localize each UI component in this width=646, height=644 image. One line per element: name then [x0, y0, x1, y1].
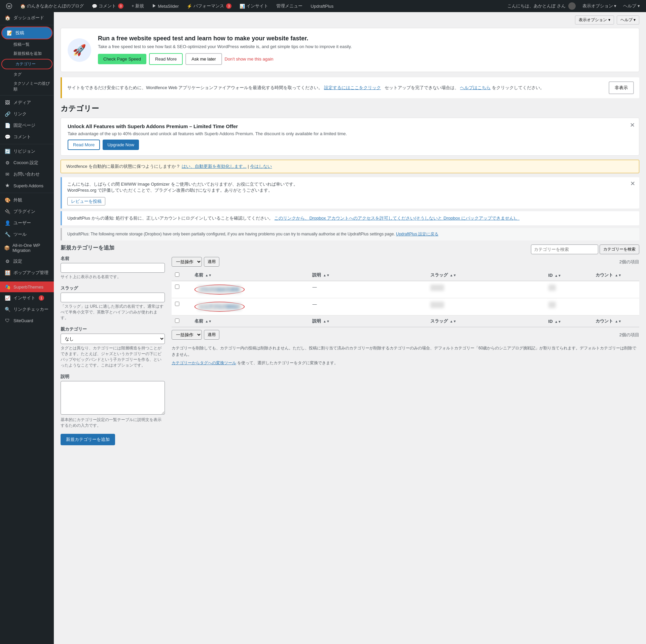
sidebar-item-links[interactable]: 🔗 リンク: [0, 108, 54, 120]
admin-menu-link[interactable]: 管理メニュー: [274, 3, 305, 9]
sidebar-item-posts[interactable]: 📝 投稿: [1, 27, 52, 39]
row2-checkbox[interactable]: [175, 302, 179, 306]
col-count-header[interactable]: カウント ▲▼: [592, 269, 639, 281]
insight-sidebar-icon: 📈: [4, 295, 11, 301]
sidebar-item-comments[interactable]: 💬 コメント: [0, 131, 54, 143]
dont-show-btn[interactable]: Don't show me this again: [225, 56, 274, 62]
col-count-footer[interactable]: カウント ▲▼: [592, 315, 639, 327]
submenu-tag[interactable]: タグ: [0, 70, 54, 79]
updraft-link-1[interactable]: このリンクから、Dropbox アカウントへのアクセスを許可してください(そうし…: [274, 216, 519, 221]
sidebar-item-tools[interactable]: 🔧 ツール: [0, 229, 54, 240]
id-sort-footer-icon[interactable]: ▲▼: [554, 320, 561, 324]
categories-table: 名前 ▲▼ 説明 ▲▼ スラッグ ▲▼: [172, 269, 639, 327]
sidebar-item-popup[interactable]: 🪟 ポップアップ管理: [0, 267, 54, 278]
sidebar-item-superb-addons[interactable]: ★ Superb Addons: [0, 180, 54, 191]
updraft-link-2[interactable]: UpdraftPlus 設定に戻る: [396, 232, 438, 236]
sidebar-item-pages[interactable]: 📄 固定ページ: [0, 120, 54, 131]
name-sort-footer-icon[interactable]: ▲▼: [205, 319, 212, 323]
sidebar-item-plugins[interactable]: 🔌 プラグイン: [0, 206, 54, 217]
desc-sort-footer-icon[interactable]: ▲▼: [323, 319, 330, 323]
wp-logo-menu[interactable]: W: [3, 3, 15, 9]
sidebar-item-superb-themes[interactable]: 🎭 SuperbThemes: [0, 281, 54, 292]
row2-slug: [427, 298, 545, 315]
wordfence-setup-link[interactable]: 設定するにはここをクリック: [324, 85, 381, 90]
submit-category-btn[interactable]: 新規カテゴリーを追加: [61, 434, 115, 445]
display-options-btn[interactable]: 表示オプション ▾: [575, 15, 614, 25]
speed-test-banner: 🚀 Run a free website speed test and lear…: [61, 28, 639, 72]
col-desc-footer[interactable]: 説明 ▲▼: [309, 315, 427, 327]
col-desc-header[interactable]: 説明 ▲▼: [309, 269, 427, 281]
superb-upgrade-btn[interactable]: Upgrade Now: [103, 140, 139, 150]
comments-link[interactable]: 💬 コメント 0: [89, 3, 126, 9]
submenu-category[interactable]: カテゴリー: [1, 59, 52, 69]
ewww-review-link[interactable]: レビューを投稿: [67, 197, 105, 205]
new-content-menu[interactable]: + 新規: [129, 3, 147, 9]
sidebar-item-allinone[interactable]: 📦 All-in-One WP Migration: [0, 240, 54, 256]
slug-sort-icon[interactable]: ▲▼: [450, 273, 457, 277]
insight-link[interactable]: 📊 インサイト: [237, 3, 271, 9]
wordfence-update-no-link[interactable]: 今はしない: [250, 164, 272, 169]
row1-checkbox[interactable]: [175, 285, 179, 289]
sidebar-item-users[interactable]: 👤 ユーザー: [0, 217, 54, 229]
bulk-apply-top[interactable]: 適用: [204, 257, 219, 267]
sidebar-item-inquiry[interactable]: ✉ お問い合わせ: [0, 168, 54, 180]
sidebar-item-revision[interactable]: 🔄 リビジョン: [0, 146, 54, 157]
bulk-select-top[interactable]: 一括操作 削除: [172, 257, 202, 267]
wordfence-update-notice: Wordfence を自動的に最新の状態に保つようにしますか？ はい、自動更新を…: [61, 160, 639, 173]
performance-link[interactable]: ⚡ パフォーマンス 3: [184, 3, 234, 9]
superb-addons-icon: ★: [4, 183, 11, 189]
sidebar-item-settings[interactable]: ⚙ 設定: [0, 256, 54, 267]
desc-sort-icon[interactable]: ▲▼: [323, 273, 330, 277]
wordfence-update-yes-link[interactable]: はい、自動更新を有効化します...: [182, 164, 247, 169]
name-sort-icon[interactable]: ▲▼: [205, 273, 212, 277]
check-all-checkbox[interactable]: [175, 272, 179, 277]
sidebar-item-link-checker[interactable]: 🔍 リンクチェッカー: [0, 304, 54, 315]
count-sort-footer-icon[interactable]: ▲▼: [615, 319, 621, 323]
submenu-new-post[interactable]: 新規投稿を追加: [0, 49, 54, 58]
id-sort-icon[interactable]: ▲▼: [554, 274, 561, 277]
col-slug-header[interactable]: スラッグ ▲▼: [427, 269, 545, 281]
category-name-input[interactable]: [61, 263, 165, 273]
wordfence-hide-btn[interactable]: 非表示: [609, 81, 634, 94]
sidebar-item-media[interactable]: 🖼 メディア: [0, 97, 54, 108]
category-desc-input[interactable]: [61, 381, 165, 415]
count-sort-icon[interactable]: ▲▼: [615, 273, 621, 277]
display-options-btn[interactable]: 表示オプション ▾: [580, 3, 619, 9]
col-slug-footer[interactable]: スラッグ ▲▼: [427, 315, 545, 327]
parent-category-select[interactable]: なし: [61, 334, 165, 344]
metaslider-link[interactable]: ▶ MetaSlider: [149, 3, 181, 9]
speed-read-more-btn[interactable]: Read More: [149, 53, 183, 65]
category-search-input[interactable]: [531, 244, 598, 254]
wordfence-help-link[interactable]: ヘルプはこちら: [460, 85, 491, 90]
submenu-taxonomy[interactable]: タクソノミーの並び順: [0, 79, 54, 94]
sidebar-item-dashboard[interactable]: 🏠 ダッシュボード: [0, 12, 54, 24]
user-greeting: こんにちは、あかとんぼ さん: [505, 2, 578, 10]
bulk-apply-bottom[interactable]: 適用: [204, 330, 219, 340]
col-name-footer[interactable]: 名前 ▲▼: [191, 315, 309, 327]
category-slug-input[interactable]: [61, 293, 165, 302]
site-name-link[interactable]: 🏠 のんきなあかとんぼのブログ: [17, 3, 86, 9]
bulk-select-bottom[interactable]: 一括操作 削除: [172, 330, 202, 340]
tag-conversion-link[interactable]: カテゴリーからタグへの変換ツール: [172, 361, 236, 365]
col-name-header[interactable]: 名前 ▲▼: [191, 269, 309, 281]
sidebar-item-cocoon[interactable]: ⚙ Cocoon 設定: [0, 157, 54, 168]
superb-read-more-btn[interactable]: Read More: [68, 140, 100, 150]
sidebar-item-insight[interactable]: 📈 インサイト 1: [0, 292, 54, 304]
ask-later-btn[interactable]: Ask me later: [185, 53, 222, 65]
row2-name-link[interactable]: シニアブログ挑戦記: [198, 304, 241, 309]
col-id-footer[interactable]: ID ▲▼: [545, 315, 592, 327]
col-id-header[interactable]: ID ▲▼: [545, 269, 592, 281]
slug-sort-footer-icon[interactable]: ▲▼: [450, 319, 457, 323]
superb-banner-close-btn[interactable]: ✕: [630, 121, 635, 129]
ewww-close-btn[interactable]: ✕: [629, 180, 637, 187]
submenu-all-posts[interactable]: 投稿一覧: [0, 40, 54, 49]
help-btn[interactable]: ヘルプ ▾: [617, 15, 639, 25]
sidebar-item-appearance[interactable]: 🎨 外観: [0, 194, 54, 206]
check-page-speed-btn[interactable]: Check Page Speed: [98, 54, 146, 64]
check-all-footer-checkbox[interactable]: [175, 318, 179, 323]
updraftplus-link[interactable]: UpdraftPlus: [308, 4, 336, 9]
category-search-btn[interactable]: カテゴリーを検索: [600, 244, 639, 254]
help-btn[interactable]: ヘルプ ▾: [620, 3, 643, 9]
row1-name-link[interactable]: ブログの始め方講座: [198, 287, 241, 292]
sidebar-item-siteguard[interactable]: 🛡 SiteGuard: [0, 315, 54, 326]
